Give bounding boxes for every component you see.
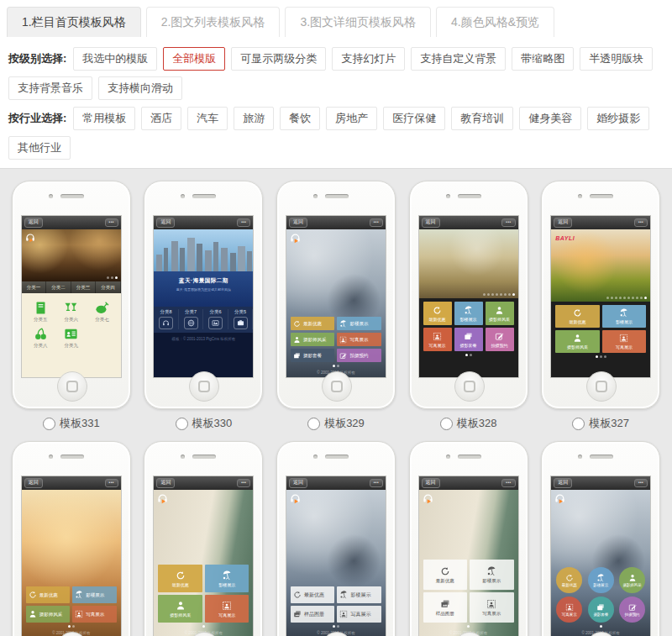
phone-mockup[interactable]: 返回•••最新优惠影楼展示摄影师风采写真展示摄影套餐拍摄预约© 2001-201… [541,441,660,636]
filter-option[interactable]: 支持幻灯片 [332,47,405,71]
dot [467,625,470,628]
dot [333,625,335,628]
filter-option[interactable]: 全部模版 [163,47,225,71]
tile-label: 拍摄预约 [349,353,368,359]
menu-tile: 写真展示 [337,333,381,346]
category-item: 分类7 [179,309,204,329]
template-label-row: 模板330 [176,416,233,431]
tab-3[interactable]: 3.图文详细页模板风格 [285,7,431,37]
filter-option[interactable]: 汽车 [187,107,228,130]
person-icon [29,610,37,618]
phone-mockup[interactable]: 返回•••最新优惠影楼展示摄影师风采写真展示摄影套餐拍摄预约 [409,181,528,409]
filter-option[interactable]: 半透明版块 [580,47,653,71]
building-silhouette [164,248,168,271]
filter-option[interactable]: 带缩略图 [512,47,574,71]
music-icon [290,233,301,244]
more-menu-button: ••• [370,479,383,488]
camera-dot [49,194,53,198]
studio-icon [486,566,496,576]
album-icon [464,332,473,341]
filter-option[interactable]: 房地产 [326,107,377,130]
filter-option[interactable]: 支持自定义背景 [411,47,506,71]
dot [487,293,490,296]
pen-icon [628,603,637,612]
filter-option[interactable]: 婚纱摄影 [587,107,649,130]
menu-tile: 最新优惠 [291,317,335,330]
back-button: 返回 [24,478,43,487]
menu-tile: 最新优惠 [555,305,600,328]
dot [619,297,622,299]
back-button: 返回 [24,218,43,227]
dot [111,276,113,279]
phone-mockup[interactable]: 返回•••蓝天·海景国际二期蓝天·海景国际将为您呈现大都市风情分类8分类7分类6… [144,181,263,409]
template-label-row: 模板327 [572,416,629,431]
menu-tile: 摄影师风采 [291,333,335,346]
template-radio[interactable] [43,418,55,430]
filter-option[interactable]: 我选中的模版 [73,47,157,71]
filter-option[interactable]: 健身美容 [519,107,581,130]
template-radio[interactable] [176,418,188,430]
phone-mockup[interactable]: 返回•••最新优惠影楼展示摄影师风采写真展示© 2001-2013 版权所有 [12,441,131,636]
menu-tile: 最新优惠 [423,302,452,325]
tab-4[interactable]: 4.颜色风格&预览 [436,7,554,37]
filter-option[interactable]: 其他行业 [8,136,71,160]
city-photo [154,229,253,271]
dot [68,625,71,628]
phone-mockup[interactable]: 返回•••最新优惠影楼展示样品图册写真展示© 2001-2013 版权所有 [276,441,396,636]
category-label: 分类五 [34,317,48,323]
filter-option[interactable]: 医疗保健 [383,107,445,130]
filter-row-label: 按行业选择: [8,111,66,126]
filter-option[interactable]: 支持横向滑动 [98,76,182,100]
phone-mockup[interactable]: 返回•••最新优惠影楼展示摄影师风采写真展示摄影套餐拍摄预约© 2001-201… [276,181,396,409]
studio-icon [222,570,232,581]
category-item: 分类八 [25,327,56,349]
phone-mockup[interactable]: 返回•••分类一分类二分类三分类四分类五分类六分类七分类八分类九 [12,181,131,409]
tab-1[interactable]: 1.栏目首页模板风格 [7,7,141,37]
tile-label: 摄影套餐 [460,343,477,348]
filter-option[interactable]: 酒店 [141,107,181,130]
template-name: 模板330 [192,416,233,431]
phone-screen: 返回•••最新优惠影楼展示样品图册写真展示© 2001-2013 版权所有 [286,476,386,636]
phone-mockup[interactable]: 返回•••BAYLI最新优惠影楼展示摄影师风采写真展示 [541,181,660,409]
phone-mockup[interactable]: 返回•••最新优惠影楼展示摄影师风采写真展示© 2001-2013 版权所有 [144,441,263,636]
building-silhouette [187,238,195,271]
pen-icon [495,332,504,341]
tile-menu: 最新优惠影楼展示摄影师风采写真展示 [555,305,646,353]
dot [504,293,507,296]
phone-mockup[interactable]: 返回•••最新优惠影楼展示样品图册写真展示© 2001-2013 版权所有 [409,441,528,636]
dot [606,297,609,299]
person-icon [628,574,637,582]
dot [500,293,502,296]
tab-2[interactable]: 2.图文列表模板风格 [146,7,281,37]
template-radio[interactable] [572,418,585,430]
category-tab: 分类二 [46,281,71,293]
back-button: 返回 [554,478,572,487]
template-grid: 返回•••分类一分类二分类三分类四分类五分类六分类七分类八分类九模板331返回•… [0,169,672,636]
category-icon-frame [208,317,223,329]
building-silhouette [221,248,228,271]
category-label: 分类六 [65,317,79,323]
filter-option[interactable]: 常用模板 [73,107,135,130]
template-radio[interactable] [307,418,320,430]
speaker-slot [192,455,216,459]
filter-option[interactable]: 可显示两级分类 [231,47,326,71]
refresh-icon [565,574,574,582]
dot [600,355,602,358]
menu-circle: 影楼展示 [588,567,614,593]
building-silhouette [247,251,252,271]
circle-label: 最新优惠 [562,583,577,587]
dot [611,297,613,299]
cherry-icon [34,327,48,341]
stamp-icon [619,334,628,343]
filter-option[interactable]: 支持背景音乐 [8,76,92,100]
filter-option[interactable]: 教育培训 [451,107,513,130]
speaker-slot [325,455,349,459]
phone-nav-bar: 返回••• [286,476,386,490]
template-name: 模板329 [324,416,365,431]
filter-option[interactable]: 旅游 [234,107,274,130]
person-icon [495,306,504,315]
category-tab: 分类一 [22,281,47,293]
filter-option[interactable]: 餐饮 [280,107,320,130]
template-radio[interactable] [440,418,453,430]
dot [512,293,515,296]
